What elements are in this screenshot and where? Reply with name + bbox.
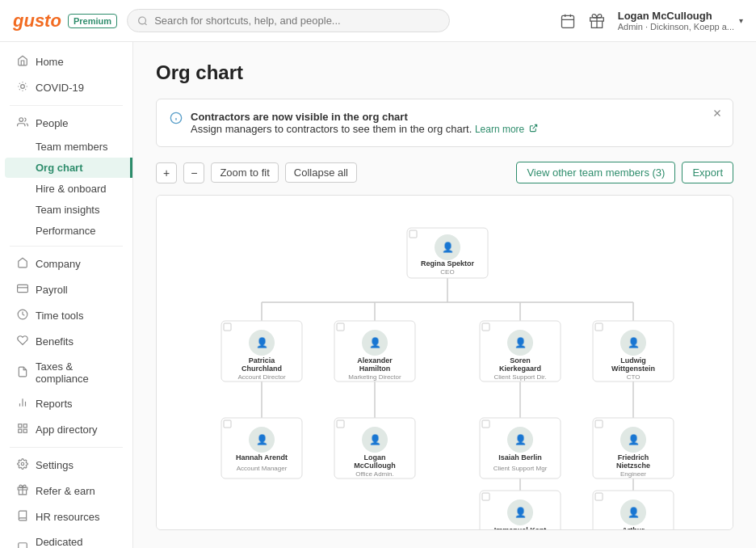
learn-more-text: Learn more (475, 124, 524, 135)
sidebar-item-covid[interactable]: COVID-19 (5, 75, 128, 100)
svg-text:Office Admin.: Office Admin. (355, 470, 393, 478)
svg-text:👤: 👤 (628, 506, 640, 518)
svg-text:Friedrich: Friedrich (618, 453, 649, 462)
export-button[interactable]: Export (682, 162, 733, 183)
sidebar-item-company[interactable]: Company (5, 251, 128, 276)
sidebar-divider-2 (10, 246, 123, 247)
banner-subtitle-text: Assign managers to contractors to see th… (191, 123, 472, 135)
sidebar-item-refer-earn[interactable]: Refer & earn (5, 478, 128, 504)
sidebar-item-app-directory[interactable]: App directory (5, 417, 128, 442)
sidebar-item-hire-onboard[interactable]: Hire & onboard (5, 179, 128, 199)
svg-text:Soren: Soren (510, 356, 531, 365)
sidebar-item-time-tools[interactable]: Time tools (5, 303, 128, 328)
learn-more-link[interactable]: Learn more (475, 124, 538, 135)
node-patricia[interactable]: 👤 Patricia Churchland Account Director (221, 321, 302, 381)
node-arthur[interactable]: 👤 Arthur Schopenhauer Engineer (593, 491, 674, 530)
sidebar-item-benefits-label: Benefits (36, 335, 74, 348)
settings-icon (16, 458, 29, 472)
sidebar-item-home[interactable]: Home (5, 49, 128, 74)
search-input[interactable] (154, 15, 439, 27)
view-other-button[interactable]: View other team members (3) (516, 162, 675, 183)
svg-rect-11 (23, 429, 27, 432)
sidebar-item-team-insights[interactable]: Team insights (5, 200, 128, 220)
svg-text:Account Director: Account Director (237, 373, 285, 381)
user-info[interactable]: Logan McCullough Admin · Dickinson, Koep… (618, 10, 743, 32)
svg-text:Regina Spektor: Regina Spektor (421, 259, 475, 268)
search-icon (137, 15, 148, 27)
chevron-down-icon: ▾ (739, 16, 743, 25)
sidebar-item-hr-resources[interactable]: HR resources (5, 504, 128, 529)
zoom-fit-button[interactable]: Zoom to fit (211, 162, 278, 183)
node-alexander[interactable]: 👤 Alexander Hamilton Marketing Director (334, 321, 415, 381)
collapse-all-label: Collapse all (294, 167, 348, 179)
sidebar-item-settings-label: Settings (36, 459, 74, 471)
svg-text:👤: 👤 (256, 433, 268, 445)
node-regina[interactable]: 👤 Regina Spektor CEO (407, 228, 488, 278)
user-details: Logan McCullough Admin · Dickinson, Koep… (618, 10, 734, 32)
collapse-all-button[interactable]: Collapse all (285, 162, 357, 183)
svg-line-15 (532, 124, 536, 129)
zoom-out-button[interactable]: − (183, 162, 204, 183)
sidebar-item-org-chart[interactable]: Org chart (5, 158, 132, 178)
svg-text:👤: 👤 (514, 433, 527, 445)
gift-button[interactable] (589, 13, 605, 29)
node-ludwig[interactable]: 👤 Ludwig Wittgenstein CTO (593, 321, 674, 381)
sidebar-item-company-label: Company (36, 258, 81, 270)
node-soren[interactable]: 👤 Soren Kierkegaard Client Support Dir. (480, 321, 561, 381)
node-logan[interactable]: 👤 Logan McCullough Office Admin. (334, 418, 415, 478)
home-icon (16, 55, 29, 69)
sidebar-item-taxes[interactable]: Taxes & compliance (5, 355, 128, 390)
svg-text:CEO: CEO (440, 268, 454, 276)
node-isaiah[interactable]: 👤 Isaiah Berlin Client Support Mgr (480, 418, 561, 478)
search-bar[interactable] (127, 9, 450, 32)
sidebar-item-performance[interactable]: Performance (5, 221, 128, 241)
close-banner-button[interactable] (712, 107, 723, 122)
node-friedrich[interactable]: 👤 Friedrich Nietzsche Engineer (593, 418, 674, 478)
sidebar-item-team-members[interactable]: Team members (5, 137, 128, 157)
sidebar-item-org-chart-label: Org chart (36, 162, 83, 174)
svg-text:👤: 👤 (369, 433, 381, 445)
user-name: Logan McCullough (618, 10, 734, 22)
sidebar-item-covid-label: COVID-19 (36, 82, 84, 94)
company-icon (16, 257, 29, 271)
svg-text:Logan: Logan (364, 453, 386, 462)
sidebar-item-reports[interactable]: Reports (5, 391, 128, 416)
sidebar-item-refer-label: Refer & earn (36, 485, 95, 497)
svg-point-2 (21, 85, 25, 89)
node-hannah[interactable]: 👤 Hannah Arendt Account Manager (221, 418, 302, 478)
banner-subtitle: Assign managers to contractors to see th… (191, 123, 538, 135)
calendar-icon (560, 13, 576, 29)
sidebar-item-settings[interactable]: Settings (5, 453, 128, 478)
zoom-in-button[interactable]: + (156, 162, 177, 183)
banner-title-text: Contractors are now visible in the org c… (191, 111, 408, 123)
svg-text:👤: 👤 (514, 336, 527, 348)
toolbar-right: View other team members (3) Export (516, 162, 733, 183)
svg-text:Patricia: Patricia (249, 356, 276, 365)
app-directory-icon (16, 423, 29, 436)
sidebar-group-people[interactable]: People (5, 111, 128, 136)
sidebar-item-performance-label: Performance (36, 225, 95, 237)
logo-text: gusto (13, 11, 61, 32)
svg-text:Account Manager: Account Manager (237, 465, 288, 472)
node-immanuel[interactable]: 👤 Immanuel Kant Client Support Mgr (480, 491, 561, 530)
svg-text:Wittgenstein: Wittgenstein (611, 365, 655, 373)
top-bar: gusto Premium Logan McCullough (0, 0, 756, 42)
main-area: Home COVID-19 People Team members Org (0, 42, 756, 548)
svg-text:Kierkegaard: Kierkegaard (499, 365, 541, 373)
main-content: Org chart Contractors are now visible in… (133, 42, 756, 548)
sidebar-item-hr-resources-label: HR resources (36, 511, 99, 523)
sidebar-item-benefits[interactable]: Benefits (5, 329, 128, 354)
svg-rect-33 (410, 230, 417, 238)
svg-text:Hannah Arendt: Hannah Arendt (236, 453, 288, 462)
calendar-button[interactable] (560, 13, 576, 29)
logo: gusto Premium (13, 11, 117, 32)
sidebar-item-dedicated-support[interactable]: Dedicated support (5, 530, 128, 548)
info-banner: Contractors are now visible in the org c… (156, 99, 733, 147)
gift-icon (589, 13, 605, 29)
sidebar-item-time-tools-label: Time tools (36, 310, 83, 322)
zoom-fit-label: Zoom to fit (220, 167, 269, 179)
sidebar-item-payroll[interactable]: Payroll (5, 277, 128, 302)
svg-text:👤: 👤 (442, 241, 454, 253)
svg-rect-86 (595, 420, 603, 428)
svg-point-13 (21, 462, 24, 466)
